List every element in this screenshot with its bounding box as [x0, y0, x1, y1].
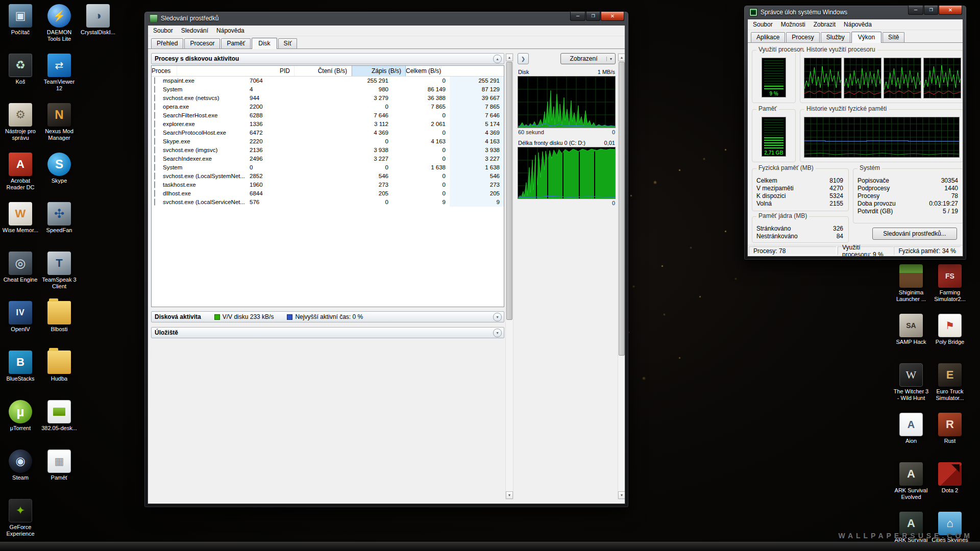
- desktop-icon[interactable]: TeamSpeak 3 Client: [40, 252, 79, 301]
- tab[interactable]: Procesor: [184, 38, 220, 48]
- process-row[interactable]: svchost.exe (netsvcs) 944 3 279 36 388 3…: [152, 94, 504, 103]
- desktop-icon[interactable]: Euro Truck Simulator...: [930, 363, 969, 413]
- desktop-icon[interactable]: μTorrent: [1, 400, 40, 449]
- scroll-up-icon[interactable]: [618, 54, 625, 61]
- desktop-icon[interactable]: CrystalDiskI...: [79, 4, 117, 54]
- tab[interactable]: Výkon: [851, 32, 881, 43]
- tab[interactable]: Přehled: [151, 38, 183, 48]
- desktop-icon[interactable]: Shiginima Launcher ...: [892, 264, 930, 314]
- minimize-button[interactable]: [908, 6, 923, 15]
- process-checkbox[interactable]: [154, 120, 155, 128]
- process-checkbox[interactable]: [154, 172, 155, 180]
- process-checkbox[interactable]: [154, 155, 155, 162]
- collapse-section-icon[interactable]: [493, 55, 502, 63]
- minimize-button[interactable]: [570, 12, 585, 21]
- process-row[interactable]: SearchFilterHost.exe 6288 7 646 0 7 646: [152, 111, 504, 120]
- process-row[interactable]: System 4 980 86 149 87 129: [152, 85, 504, 94]
- desktop-icon[interactable]: DAEMON Tools Lite: [40, 4, 79, 54]
- desktop-icon[interactable]: BlueStacks: [1, 350, 40, 400]
- taskbar[interactable]: [0, 542, 980, 551]
- process-row[interactable]: svchost.exe (imgsvc) 2136 3 938 0 3 938: [152, 146, 504, 155]
- maximize-button[interactable]: [586, 12, 600, 21]
- scrollbar-thumb[interactable]: [506, 62, 512, 320]
- sections-scrollbar[interactable]: [505, 53, 513, 499]
- desktop-icon[interactable]: Nexus Mod Manager: [40, 103, 79, 153]
- process-row[interactable]: System 0 0 1 638 1 638: [152, 163, 504, 172]
- menu-item[interactable]: Sledování: [177, 26, 212, 35]
- desktop-icon[interactable]: Dota 2: [930, 462, 969, 512]
- desktop-icon[interactable]: SpeedFan: [40, 202, 79, 252]
- desktop-icon[interactable]: Koš: [1, 54, 40, 103]
- desktop-icon[interactable]: Hudba: [40, 350, 79, 400]
- process-row[interactable]: opera.exe 2200 0 7 865 7 865: [152, 103, 504, 111]
- desktop-icon[interactable]: Blbosti: [40, 301, 79, 350]
- process-row[interactable]: dllhost.exe 6844 205 0 205: [152, 189, 504, 198]
- desktop-icon[interactable]: Farming Simulator2...: [930, 264, 969, 314]
- desktop-icon[interactable]: ARK Survival Evolved: [892, 462, 930, 512]
- process-checkbox[interactable]: [154, 77, 155, 84]
- process-row[interactable]: taskhost.exe 1960 273 0 273: [152, 181, 504, 189]
- menu-item[interactable]: Soubor: [149, 26, 177, 35]
- window-scrollbar[interactable]: [618, 53, 625, 499]
- process-checkbox[interactable]: [154, 198, 155, 206]
- process-checkbox[interactable]: [154, 94, 155, 102]
- process-row[interactable]: explorer.exe 1336 3 112 2 061 5 174: [152, 120, 504, 129]
- taskmgr-titlebar[interactable]: Správce úloh systému Windows: [747, 6, 963, 19]
- desktop-icon[interactable]: OpenIV: [1, 301, 40, 350]
- process-checkbox[interactable]: [154, 112, 155, 119]
- desktop-icon[interactable]: Steam: [1, 449, 40, 499]
- desktop-icon[interactable]: Acrobat Reader DC: [1, 153, 40, 202]
- resmon-titlebar[interactable]: Sledování prostředků: [148, 12, 625, 25]
- open-resource-monitor-button[interactable]: Sledování prostředků...: [872, 228, 957, 240]
- scrollbar-thumb[interactable]: [619, 62, 625, 356]
- close-button[interactable]: [601, 12, 624, 21]
- process-checkbox[interactable]: [154, 86, 155, 93]
- scroll-down-icon[interactable]: [506, 491, 513, 499]
- desktop-icon[interactable]: 382.05-desk...: [40, 400, 79, 449]
- desktop-icon[interactable]: SAMP Hack: [892, 314, 930, 363]
- process-checkbox[interactable]: [154, 181, 155, 188]
- storage-section-header[interactable]: Úložiště: [151, 327, 504, 338]
- process-row[interactable]: svchost.exe (LocalSystemNet... 2852 546 …: [152, 172, 504, 181]
- collapse-charts-button[interactable]: [518, 53, 529, 64]
- tab[interactable]: Služby: [821, 32, 850, 42]
- desktop-icon[interactable]: The Witcher 3 - Wild Hunt: [892, 363, 930, 413]
- menu-item[interactable]: Nápověda: [840, 20, 876, 29]
- expand-section-icon[interactable]: [493, 313, 502, 321]
- process-checkbox[interactable]: [154, 146, 155, 154]
- process-row[interactable]: svchost.exe (LocalServiceNet... 576 0 9 …: [152, 198, 504, 207]
- desktop-icon[interactable]: Rust: [930, 413, 969, 462]
- menu-item[interactable]: Soubor: [749, 20, 777, 29]
- desktop-icon[interactable]: Paměť: [40, 449, 79, 499]
- expand-section-icon[interactable]: [493, 329, 502, 337]
- process-row[interactable]: mspaint.exe 7064 255 291 0 255 291: [152, 77, 504, 85]
- processes-section-header[interactable]: Procesy s diskovou aktivitou: [151, 53, 504, 64]
- desktop-icon[interactable]: Wise Memor...: [1, 202, 40, 252]
- menu-item[interactable]: Nápověda: [212, 26, 249, 35]
- column-header[interactable]: Zápis (B/s): [352, 66, 406, 76]
- desktop-icon[interactable]: Počítač: [1, 4, 40, 54]
- column-header[interactable]: PID: [177, 66, 295, 76]
- column-header[interactable]: Proces: [152, 66, 177, 76]
- column-header[interactable]: Celkem (B/s): [406, 66, 442, 76]
- process-row[interactable]: Skype.exe 2220 0 4 163 4 163: [152, 137, 504, 146]
- desktop-icon[interactable]: GeForce Experience: [1, 499, 40, 548]
- process-checkbox[interactable]: [154, 103, 155, 110]
- process-checkbox[interactable]: [154, 138, 155, 145]
- tab[interactable]: Procesy: [786, 32, 819, 42]
- tab[interactable]: Paměť: [221, 38, 251, 48]
- desktop-icon[interactable]: Nástroje pro správu: [1, 103, 40, 153]
- process-checkbox[interactable]: [154, 129, 155, 136]
- process-checkbox[interactable]: [154, 164, 155, 171]
- desktop-icon[interactable]: TeamViewer 12: [40, 54, 79, 103]
- scroll-up-icon[interactable]: [506, 54, 513, 61]
- column-header[interactable]: Čtení (B/s): [295, 66, 352, 76]
- tab[interactable]: Síť: [278, 38, 298, 48]
- tab[interactable]: Sítě: [883, 32, 904, 42]
- process-checkbox[interactable]: [154, 190, 155, 197]
- scroll-down-icon[interactable]: [618, 491, 625, 499]
- desktop-icon[interactable]: Cheat Engine: [1, 252, 40, 301]
- tab[interactable]: Disk: [252, 38, 277, 49]
- disk-activity-section-header[interactable]: Disková aktivita V/V disku 233 kB/s Nejv…: [151, 311, 504, 322]
- close-button[interactable]: [939, 6, 962, 15]
